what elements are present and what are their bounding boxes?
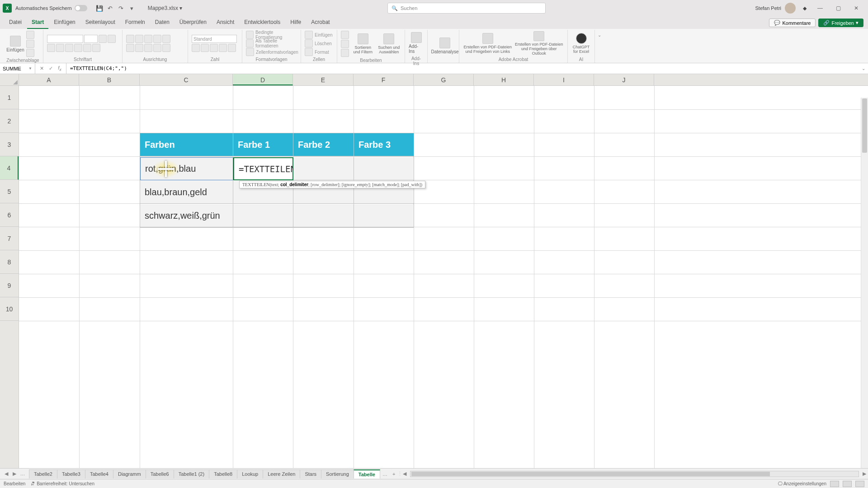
number-format-select[interactable] xyxy=(192,35,237,43)
shrink-font-icon[interactable] xyxy=(108,35,116,43)
table-cell[interactable] xyxy=(293,204,354,227)
tab-daten[interactable]: Daten xyxy=(151,17,174,29)
fill-icon[interactable] xyxy=(341,40,349,48)
addins-button[interactable]: Add-Ins xyxy=(409,31,424,55)
sheet-tab[interactable]: Tabelle3 xyxy=(57,469,85,479)
insert-cells-button[interactable]: Einfügen xyxy=(305,31,332,39)
col-header-J[interactable]: J xyxy=(594,74,654,85)
tab-datei[interactable]: Datei xyxy=(5,17,26,29)
col-header-D[interactable]: D xyxy=(233,74,293,85)
table-cell[interactable] xyxy=(293,157,354,180)
table-format-button[interactable]: Als Tabelle formatieren xyxy=(246,40,298,47)
fx-icon[interactable]: fx xyxy=(55,64,64,73)
comma-icon[interactable] xyxy=(210,44,218,52)
sheet-tab[interactable]: Sortierung xyxy=(321,469,354,479)
percent-icon[interactable] xyxy=(201,44,209,52)
sheet-nav-prev-icon[interactable]: ◀ xyxy=(3,471,10,477)
vertical-scrollbar[interactable] xyxy=(861,98,868,468)
redo-icon[interactable]: ↷ xyxy=(117,4,125,12)
sheet-tab[interactable]: Tabelle8 xyxy=(209,469,237,479)
table-cell[interactable]: =TEXTTEILEN(C4;",") xyxy=(233,157,293,180)
row-header-1[interactable]: 1 xyxy=(0,86,19,109)
format-painter-icon[interactable] xyxy=(26,49,34,57)
delete-cells-button[interactable]: Löschen xyxy=(305,40,332,47)
sheet-tab[interactable]: Tabelle2 xyxy=(29,469,57,479)
normal-view-icon[interactable] xyxy=(830,481,839,487)
sheet-more-icon[interactable]: … xyxy=(380,470,390,478)
save-icon[interactable]: 💾 xyxy=(95,4,104,12)
clear-icon[interactable] xyxy=(341,49,349,57)
border-icon[interactable] xyxy=(74,44,82,52)
row-header-8[interactable]: 8 xyxy=(0,250,19,274)
cut-icon[interactable] xyxy=(26,31,34,39)
inc-decimal-icon[interactable] xyxy=(219,44,227,52)
tab-überprüfen[interactable]: Überprüfen xyxy=(175,17,211,29)
col-header-G[interactable]: G xyxy=(414,74,474,85)
row-header-4[interactable]: 4 xyxy=(0,156,19,180)
align-middle-icon[interactable] xyxy=(135,35,143,43)
search-box[interactable]: 🔍 Suchen xyxy=(387,3,546,14)
tab-acrobat[interactable]: Acrobat xyxy=(307,17,334,29)
table-cell[interactable]: blau,braun,geld xyxy=(140,181,233,204)
table-cell[interactable] xyxy=(354,204,414,227)
formula-input[interactable]: =TEXTTEILEN(C4;",") xyxy=(66,66,859,71)
font-color-icon[interactable] xyxy=(92,44,100,52)
add-sheet-button[interactable]: + xyxy=(390,470,398,478)
row-header-5[interactable]: 5 xyxy=(0,180,19,203)
sheet-tab[interactable]: Diagramm xyxy=(113,469,146,479)
col-header-H[interactable]: H xyxy=(474,74,534,85)
align-right-icon[interactable] xyxy=(144,44,152,52)
grow-font-icon[interactable] xyxy=(99,35,107,43)
undo-icon[interactable]: ↶ xyxy=(106,4,114,12)
autosave-switch[interactable] xyxy=(75,5,87,11)
currency-icon[interactable] xyxy=(192,44,200,52)
accessibility-status[interactable]: ⛐ Barrierefreiheit: Untersuchen xyxy=(31,481,94,486)
chatgpt-button[interactable]: ChatGPT for Excel xyxy=(571,31,591,56)
col-header-A[interactable]: A xyxy=(19,74,79,85)
row-header-10[interactable]: 10 xyxy=(0,297,19,321)
pdf-share-outlook-button[interactable]: Erstellen von PDF-Dateien und Freigeben … xyxy=(514,31,564,56)
align-left-icon[interactable] xyxy=(126,44,134,52)
row-header-2[interactable]: 2 xyxy=(0,109,19,133)
format-cells-button[interactable]: Format xyxy=(305,48,332,56)
display-settings-button[interactable]: 🖵 Anzeigeeinstellungen xyxy=(778,481,826,486)
share-button[interactable]: 🔗 Freigeben ▾ xyxy=(818,19,863,27)
sheet-tab[interactable]: Tabelle1 (2) xyxy=(174,469,209,479)
sheet-tab[interactable]: Stars xyxy=(300,469,321,479)
collapse-ribbon-icon[interactable]: ⌄ xyxy=(595,30,604,63)
sheet-tab[interactable]: Tabelle4 xyxy=(85,469,113,479)
col-header-B[interactable]: B xyxy=(79,74,140,85)
minimize-button[interactable]: — xyxy=(811,1,829,15)
confirm-formula-icon[interactable]: ✓ xyxy=(46,64,55,73)
function-tooltip[interactable]: TEXTTEILEN(text; col_delimiter; [row_del… xyxy=(239,181,425,188)
sheet-nav-more-icon[interactable]: … xyxy=(19,471,26,477)
col-header-C[interactable]: C xyxy=(140,74,233,85)
align-bottom-icon[interactable] xyxy=(144,35,152,43)
table-header[interactable]: Farbe 1 xyxy=(233,133,293,156)
page-break-view-icon[interactable] xyxy=(855,481,864,487)
indent-inc-icon[interactable] xyxy=(162,44,170,52)
col-header-F[interactable]: F xyxy=(354,74,414,85)
tab-seitenlayout[interactable]: Seitenlayout xyxy=(81,17,120,29)
copy-icon[interactable] xyxy=(26,40,34,48)
find-select-button[interactable]: Suchen und Auswählen xyxy=(377,32,401,56)
sort-filter-button[interactable]: Sortieren und Filtern xyxy=(351,32,375,56)
row-header-7[interactable]: 7 xyxy=(0,227,19,250)
paste-button[interactable]: Einfügen xyxy=(6,32,24,56)
expand-formula-bar-icon[interactable]: ⌄ xyxy=(859,66,868,71)
tab-formeln[interactable]: Formeln xyxy=(121,17,150,29)
tab-hilfe[interactable]: Hilfe xyxy=(286,17,306,29)
table-header[interactable]: Farbe 3 xyxy=(354,133,414,156)
data-analysis-button[interactable]: Datenanalyse xyxy=(431,34,458,58)
qat-more-icon[interactable]: ▾ xyxy=(128,4,136,12)
table-header[interactable]: Farben xyxy=(140,133,233,156)
tab-ansicht[interactable]: Ansicht xyxy=(212,17,239,29)
close-button[interactable]: ✕ xyxy=(847,1,865,15)
sheet-nav-next-icon[interactable]: ▶ xyxy=(11,471,18,477)
fill-color-icon[interactable] xyxy=(83,44,91,52)
orientation-icon[interactable] xyxy=(153,35,161,43)
align-top-icon[interactable] xyxy=(126,35,134,43)
table-header[interactable]: Farbe 2 xyxy=(293,133,354,156)
select-all-corner[interactable] xyxy=(0,74,19,85)
row-header-3[interactable]: 3 xyxy=(0,133,19,156)
